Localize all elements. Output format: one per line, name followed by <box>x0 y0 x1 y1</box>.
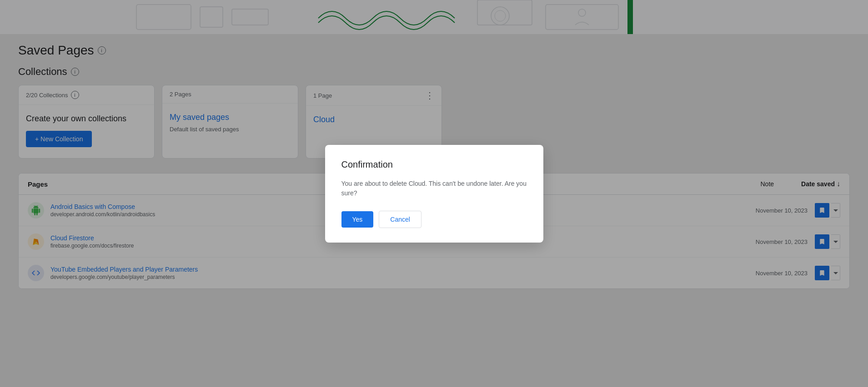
modal-yes-button[interactable]: Yes <box>341 211 374 228</box>
modal-actions: Yes Cancel <box>341 211 527 228</box>
modal-cancel-button[interactable]: Cancel <box>379 211 421 228</box>
modal-title: Confirmation <box>341 159 527 170</box>
modal-overlay[interactable]: Confirmation You are about to delete Clo… <box>0 0 868 387</box>
modal-body: You are about to delete Cloud. This can'… <box>341 179 527 198</box>
confirmation-modal: Confirmation You are about to delete Clo… <box>325 145 543 243</box>
